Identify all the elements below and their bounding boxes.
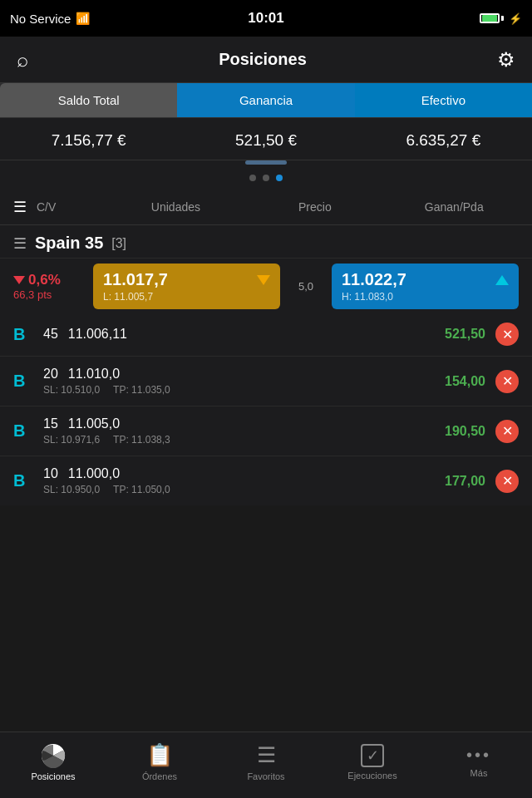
price-header: Precio xyxy=(250,200,379,214)
bottom-nav: Posiciones 📋 Órdenes ☰ Favoritos ✓ Ejecu… xyxy=(0,732,532,798)
header: ⌕ Posiciones ⚙ xyxy=(0,37,532,83)
position-close-2[interactable]: ✕ xyxy=(495,420,519,443)
buy-price-value: 11.022,7 xyxy=(342,270,406,289)
status-time: 10:01 xyxy=(248,10,283,27)
position-type-0: B xyxy=(13,325,33,344)
position-details-0: 45 11.006,11 xyxy=(43,327,417,342)
sell-price-value: 11.017,7 xyxy=(103,270,168,289)
status-left: No Service 📶 xyxy=(10,12,90,26)
sell-arrow-icon xyxy=(257,270,270,289)
market-price-row: 0,6% 66,3 pts 11.017,7 L: 11.005,7 5,0 1… xyxy=(0,259,532,313)
market-header: ☰ Spain 35 [3] xyxy=(0,225,532,259)
position-details-2: 15 11.005,0 SL: 10.971,6 TP: 11.038,3 xyxy=(43,416,417,446)
sort-icon: ☰ xyxy=(13,198,27,216)
nav-mas[interactable]: ••• Más xyxy=(426,732,532,798)
summary-values: 7.156,77 € 521,50 € 6.635,27 € xyxy=(0,118,532,160)
scroll-handle xyxy=(0,160,532,168)
nav-posiciones-label: Posiciones xyxy=(31,771,75,781)
nav-favoritos[interactable]: ☰ Favoritos xyxy=(213,732,319,798)
buy-arrow-icon xyxy=(495,270,509,289)
nav-posiciones[interactable]: Posiciones xyxy=(0,732,106,798)
market-menu-icon: ☰ xyxy=(13,234,27,253)
ganancia-value: 521,50 € xyxy=(177,131,354,150)
sell-price-badge[interactable]: 11.017,7 L: 11.005,7 xyxy=(93,264,280,309)
market-count: [3] xyxy=(111,236,126,251)
settings-icon[interactable]: ⚙ xyxy=(497,48,515,71)
tab-efectivo[interactable]: Efectivo xyxy=(355,83,532,117)
favoritos-icon: ☰ xyxy=(257,742,276,768)
carrier-text: No Service xyxy=(10,12,71,26)
nav-ordenes-label: Órdenes xyxy=(142,771,177,781)
position-close-1[interactable]: ✕ xyxy=(495,370,519,393)
tab-ganancia[interactable]: Ganancia xyxy=(177,83,354,117)
gain-header: Ganan/Pda xyxy=(390,200,519,214)
dot-2 xyxy=(263,175,269,181)
efectivo-value: 6.635,27 € xyxy=(355,131,532,150)
ejecuciones-icon: ✓ xyxy=(361,744,384,767)
buy-price-badge[interactable]: 11.022,7 H: 11.083,0 xyxy=(332,264,519,309)
market-change-pct: 0,6% xyxy=(13,272,61,288)
tab-saldo-total[interactable]: Saldo Total xyxy=(0,83,177,117)
market-change: 0,6% 66,3 pts xyxy=(13,272,80,301)
positions-list: B 45 11.006,11 521,50 ✕ B 20 11.010,0 SL… xyxy=(0,313,532,505)
position-close-0[interactable]: ✕ xyxy=(495,323,519,346)
position-gain-1: 154,00 xyxy=(427,374,485,389)
battery-icon xyxy=(480,13,504,23)
position-row-1: B 20 11.010,0 SL: 10.510,0 TP: 11.035,0 … xyxy=(0,357,532,406)
position-row-3: B 10 11.000,0 SL: 10.950,0 TP: 11.050,0 … xyxy=(0,456,532,505)
position-type-2: B xyxy=(13,421,33,441)
position-details-3: 10 11.000,0 SL: 10.950,0 TP: 11.050,0 xyxy=(43,466,417,495)
posiciones-icon xyxy=(41,743,66,768)
market-name: Spain 35 xyxy=(35,234,103,253)
dot-1 xyxy=(249,175,256,181)
position-details-1: 20 11.010,0 SL: 10.510,0 TP: 11.035,0 xyxy=(43,367,417,396)
wifi-icon: 📶 xyxy=(76,12,90,25)
position-close-3[interactable]: ✕ xyxy=(495,470,519,493)
status-bar: No Service 📶 10:01 ⚡ xyxy=(0,0,532,37)
position-gain-2: 190,50 xyxy=(427,424,485,439)
position-gain-3: 177,00 xyxy=(427,474,485,489)
nav-ordenes[interactable]: 📋 Órdenes xyxy=(106,732,213,798)
sell-price-sub: L: 11.005,7 xyxy=(103,291,153,303)
position-gain-0: 521,50 xyxy=(427,327,485,342)
table-header: ☰ C/V Unidades Precio Ganan/Pda xyxy=(0,190,532,225)
nav-favoritos-label: Favoritos xyxy=(247,771,284,781)
buy-price-sub: H: 11.083,0 xyxy=(342,291,393,303)
cv-header: C/V xyxy=(37,200,101,214)
search-icon[interactable]: ⌕ xyxy=(17,48,28,71)
pagination xyxy=(0,168,532,190)
nav-ejecuciones-label: Ejecuciones xyxy=(347,771,397,781)
bolt-icon: ⚡ xyxy=(509,12,522,25)
position-row-2: B 15 11.005,0 SL: 10.971,6 TP: 11.038,3 … xyxy=(0,406,532,456)
units-header: Unidades xyxy=(111,200,240,214)
market-section: ☰ Spain 35 [3] 0,6% 66,3 pts 11.017,7 L:… xyxy=(0,225,532,313)
position-type-1: B xyxy=(13,372,33,391)
summary-tabs: Saldo Total Ganancia Efectivo xyxy=(0,83,532,118)
down-triangle-icon xyxy=(13,276,25,284)
nav-ejecuciones[interactable]: ✓ Ejecuciones xyxy=(319,732,426,798)
position-type-3: B xyxy=(13,471,33,490)
saldo-total-value: 7.156,77 € xyxy=(0,131,177,150)
page-title: Posiciones xyxy=(219,50,307,69)
ordenes-icon: 📋 xyxy=(146,742,173,768)
market-change-pts: 66,3 pts xyxy=(13,288,52,301)
status-right: ⚡ xyxy=(480,12,522,25)
spread-value: 5,0 xyxy=(293,280,318,293)
position-row-0: B 45 11.006,11 521,50 ✕ xyxy=(0,313,532,357)
dot-3 xyxy=(276,175,283,181)
nav-mas-label: Más xyxy=(470,768,488,778)
mas-icon: ••• xyxy=(466,746,491,765)
